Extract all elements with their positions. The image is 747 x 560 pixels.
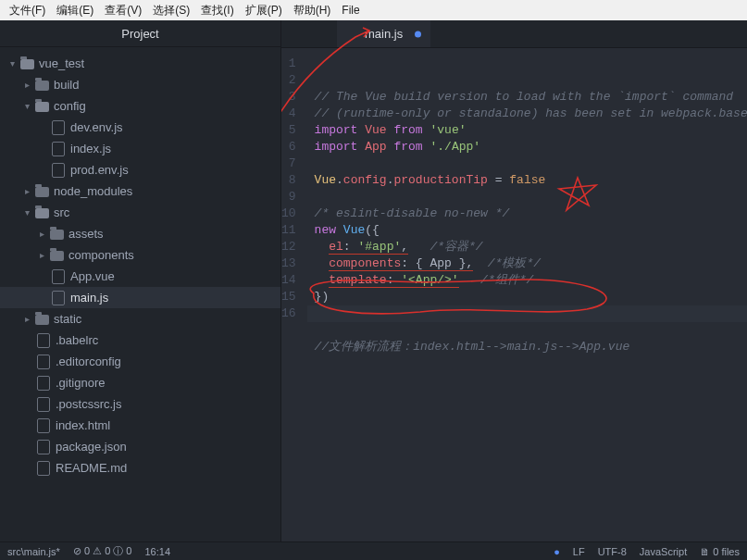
tree-label: .editorconfig xyxy=(56,355,121,368)
tree-label: src xyxy=(54,205,69,219)
folder-icon xyxy=(48,229,65,239)
tree-label: config xyxy=(54,99,86,113)
tree-label: README.md xyxy=(56,461,127,475)
tree-file-mainjs[interactable]: main.js xyxy=(0,287,280,308)
line-gutter: 1234 5678 9101112 13141516 xyxy=(281,48,307,541)
tree-label: index.js xyxy=(70,142,111,156)
folder-icon xyxy=(33,207,50,218)
tree-file[interactable]: .postcssrc.js xyxy=(0,393,280,415)
tree-label: .gitignore xyxy=(56,376,105,390)
tree-file[interactable]: prod.env.js xyxy=(0,159,280,180)
status-diagnostics[interactable]: ⊘ 0 ⚠ 0 ⓘ 0 xyxy=(73,544,132,558)
tree-label: package.json xyxy=(56,440,127,454)
file-tree[interactable]: ▾ vue_test ▸ build ▾ config dev.env.js i… xyxy=(0,47,280,541)
tree-file[interactable]: index.html xyxy=(0,415,280,436)
editor-pane: main.js 1234 5678 9101112 13141516 // Th… xyxy=(281,20,747,541)
tree-label: index.html xyxy=(56,418,110,432)
file-icon xyxy=(35,355,52,369)
chevron-right-icon: ▸ xyxy=(20,186,33,196)
chevron-right-icon: ▸ xyxy=(35,229,48,239)
status-path[interactable]: src\main.js* xyxy=(7,546,60,557)
code-lines[interactable]: // The Vue build version to load with th… xyxy=(307,48,747,541)
folder-icon xyxy=(33,101,50,111)
code-editor[interactable]: 1234 5678 9101112 13141516 // The Vue bu… xyxy=(281,48,747,541)
tree-folder-static[interactable]: ▸ static xyxy=(0,308,280,330)
tree-label: .babelrc xyxy=(56,333,98,347)
tab-label: main.js xyxy=(365,27,403,41)
tree-label: components xyxy=(68,248,134,262)
chevron-right-icon: ▸ xyxy=(20,314,33,324)
tree-folder-assets[interactable]: ▸ assets xyxy=(0,223,280,244)
tree-folder-build[interactable]: ▸ build xyxy=(0,74,280,95)
file-icon xyxy=(35,397,52,412)
tree-file[interactable]: .gitignore xyxy=(0,372,280,393)
folder-icon xyxy=(33,186,50,196)
menu-packages[interactable]: 扩展(P) xyxy=(240,3,288,19)
tree-label: build xyxy=(54,78,79,92)
chevron-right-icon: ▸ xyxy=(20,80,33,90)
file-icon xyxy=(50,120,67,135)
menu-file[interactable]: 文件(F) xyxy=(4,3,51,19)
tree-label: App.vue xyxy=(70,269,115,283)
file-icon xyxy=(35,418,52,433)
file-icon xyxy=(35,376,52,391)
file-icon xyxy=(50,142,67,156)
menu-view[interactable]: 查看(V) xyxy=(99,3,147,19)
status-encoding[interactable]: UTF-8 xyxy=(598,546,627,557)
menu-file-en[interactable]: File xyxy=(336,4,365,17)
chevron-down-icon: ▾ xyxy=(6,58,19,68)
file-icon xyxy=(50,291,67,305)
tree-file[interactable]: App.vue xyxy=(0,266,280,287)
file-icon xyxy=(35,461,52,476)
status-bar: src\main.js* ⊘ 0 ⚠ 0 ⓘ 0 16:14 ● LF UTF-… xyxy=(0,541,747,560)
chevron-down-icon: ▾ xyxy=(20,101,33,111)
tree-file[interactable]: .editorconfig xyxy=(0,351,280,372)
project-sidebar: Project ▾ vue_test ▸ build ▾ config dev.… xyxy=(0,20,281,541)
tree-folder-components[interactable]: ▸ components xyxy=(0,244,280,266)
file-icon xyxy=(35,440,52,454)
tree-label: dev.env.js xyxy=(70,120,123,134)
status-language[interactable]: JavaScript xyxy=(640,546,687,557)
panel-title: Project xyxy=(0,20,280,47)
menu-edit[interactable]: 编辑(E) xyxy=(51,3,99,19)
menu-find[interactable]: 查找(I) xyxy=(195,3,239,19)
chevron-down-icon: ▾ xyxy=(20,207,33,218)
menu-select[interactable]: 选择(S) xyxy=(147,3,195,19)
tree-label: static xyxy=(54,312,81,326)
file-icon xyxy=(35,333,52,348)
tree-label: .postcssrc.js xyxy=(56,397,122,411)
modified-indicator-icon xyxy=(415,31,421,37)
tree-file[interactable]: README.md xyxy=(0,457,280,479)
file-icon xyxy=(50,163,67,178)
tree-folder-root[interactable]: ▾ vue_test xyxy=(0,53,280,74)
chevron-right-icon: ▸ xyxy=(35,250,48,260)
folder-icon xyxy=(48,250,65,260)
menu-bar: 文件(F) 编辑(E) 查看(V) 选择(S) 查找(I) 扩展(P) 帮助(H… xyxy=(0,0,747,20)
files-icon: 🗎 xyxy=(700,546,710,557)
tree-file[interactable]: package.json xyxy=(0,436,280,457)
folder-icon xyxy=(33,80,50,90)
tree-label: main.js xyxy=(70,291,108,305)
tree-label: node_modules xyxy=(54,184,132,198)
status-modified-dot-icon: ● xyxy=(554,546,560,557)
tree-file[interactable]: .babelrc xyxy=(0,330,280,351)
menu-help[interactable]: 帮助(H) xyxy=(288,3,337,19)
folder-icon xyxy=(19,58,35,68)
tree-folder-node-modules[interactable]: ▸ node_modules xyxy=(0,180,280,202)
tree-label: vue_test xyxy=(39,56,84,70)
status-cursor[interactable]: 16:14 xyxy=(144,546,170,557)
tab-bar: main.js xyxy=(281,20,747,48)
tab-mainjs[interactable]: main.js xyxy=(337,20,430,47)
tree-folder-config[interactable]: ▾ config xyxy=(0,95,280,117)
tree-label: assets xyxy=(68,227,104,241)
folder-icon xyxy=(33,314,50,324)
tree-folder-src[interactable]: ▾ src xyxy=(0,202,280,223)
tree-file[interactable]: index.js xyxy=(0,138,280,159)
file-icon xyxy=(50,269,67,284)
status-line-ending[interactable]: LF xyxy=(573,546,585,557)
tree-label: prod.env.js xyxy=(70,163,129,177)
tree-file[interactable]: dev.env.js xyxy=(0,117,280,138)
status-files[interactable]: 🗎 0 files xyxy=(700,546,740,557)
